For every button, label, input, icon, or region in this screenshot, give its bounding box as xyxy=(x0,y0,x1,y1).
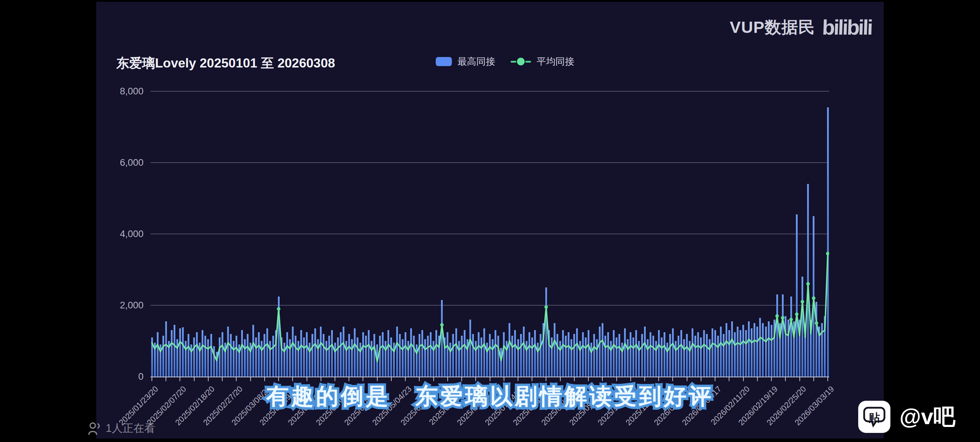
x-axis-tick xyxy=(208,377,208,381)
x-axis-tick xyxy=(757,377,758,381)
caption-text: 有趣的倒是 东爱璃以剧情解读受到好评 xyxy=(96,385,884,408)
x-axis-tick xyxy=(151,377,152,381)
x-axis-tick xyxy=(504,377,504,381)
tieba-badge-glyph: 贴 xyxy=(869,411,880,424)
legend-label-peak: 最高同接 xyxy=(457,55,495,68)
x-axis-tick xyxy=(799,377,800,381)
x-axis-tick xyxy=(321,377,321,381)
chart-plot xyxy=(151,87,829,377)
tieba-badge: 贴 xyxy=(858,401,890,433)
x-axis-tick xyxy=(292,377,293,381)
brand-header: VUP数据民 bilibili xyxy=(721,15,872,40)
x-axis-tick xyxy=(278,377,279,381)
x-axis-tick xyxy=(644,377,645,381)
tieba-bubble-icon: 贴 xyxy=(858,401,890,433)
x-axis-tick xyxy=(659,377,659,381)
x-axis-tick xyxy=(743,377,744,381)
y-axis-label: 2,000 xyxy=(102,300,143,311)
brand-name: VUP数据民 xyxy=(730,16,815,38)
person-watching-icon xyxy=(88,421,102,436)
y-axis-label: 6,000 xyxy=(102,157,143,168)
x-axis-tick xyxy=(715,377,715,381)
y-axis-label: 0 xyxy=(102,371,143,382)
legend-label-average: 平均同接 xyxy=(536,55,574,68)
x-axis-tick xyxy=(194,377,195,381)
x-axis-tick xyxy=(574,377,575,381)
x-axis-tick xyxy=(461,377,462,381)
watermark: 贴 @v吧 xyxy=(858,401,955,433)
x-axis-tick xyxy=(475,377,476,381)
x-axis-tick xyxy=(630,377,631,381)
x-axis-tick xyxy=(771,377,772,381)
x-axis-tick xyxy=(433,377,434,381)
y-axis-label: 8,000 xyxy=(102,86,143,97)
x-axis-tick xyxy=(391,377,391,381)
watching-indicator: 1人正在看 xyxy=(88,421,155,436)
x-axis-tick xyxy=(546,377,546,381)
chart-title: 东爱璃Lovely 20250101 至 20260308 xyxy=(116,55,335,72)
x-axis-tick xyxy=(701,377,702,381)
x-axis-tick xyxy=(785,377,786,381)
x-axis-tick xyxy=(264,377,265,381)
x-axis-tick xyxy=(348,377,349,381)
line-peak-dots xyxy=(277,252,829,326)
x-axis-tick xyxy=(827,377,828,381)
x-axis-tick xyxy=(531,377,532,381)
x-axis-tick xyxy=(813,377,814,381)
x-axis-tick xyxy=(616,377,617,381)
x-axis-tick xyxy=(560,377,561,381)
x-axis-tick xyxy=(335,377,335,381)
x-axis-tick xyxy=(405,377,406,381)
x-axis-tick xyxy=(602,377,603,381)
x-axis-tick xyxy=(165,377,166,381)
x-axis-tick xyxy=(180,377,180,381)
x-axis-tick xyxy=(377,377,378,381)
x-axis-tick xyxy=(447,377,448,381)
x-axis-tick xyxy=(307,377,307,381)
bar-series xyxy=(151,107,829,377)
x-axis-tick xyxy=(419,377,420,381)
legend-line-segment xyxy=(511,61,516,63)
x-axis-tick xyxy=(490,377,490,381)
x-axis-tick xyxy=(250,377,251,381)
x-axis-tick xyxy=(236,377,237,381)
x-axis-tick xyxy=(518,377,519,381)
x-axis-tick xyxy=(222,377,223,381)
legend-line-marker xyxy=(511,57,531,66)
x-axis-tick xyxy=(588,377,589,381)
watermark-handle: @v吧 xyxy=(899,402,955,432)
legend-line-dot xyxy=(517,58,525,65)
watching-count-text: 1人正在看 xyxy=(106,421,155,436)
bilibili-logo: bilibili xyxy=(821,15,872,40)
x-axis-tick xyxy=(687,377,687,381)
x-axis-tick xyxy=(363,377,363,381)
x-axis-tick xyxy=(672,377,673,381)
legend-line-segment xyxy=(525,61,531,63)
x-axis-tick xyxy=(729,377,729,381)
chart-legend: 最高同接 平均同接 xyxy=(436,55,574,68)
y-axis-label: 4,000 xyxy=(102,229,143,239)
legend-bar-swatch xyxy=(436,57,452,66)
